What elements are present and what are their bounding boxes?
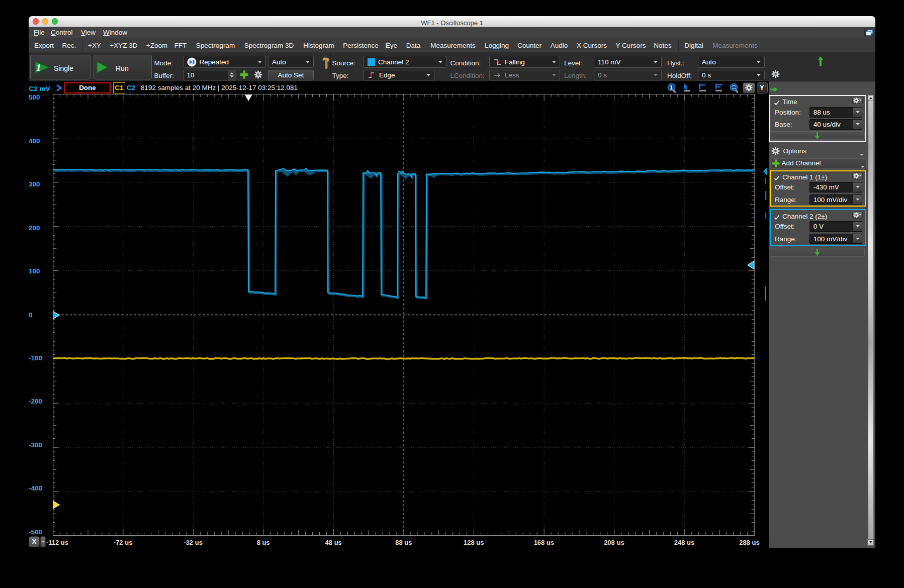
svg-text:1: 1 [670, 84, 673, 90]
svg-text:1: 1 [36, 62, 41, 73]
